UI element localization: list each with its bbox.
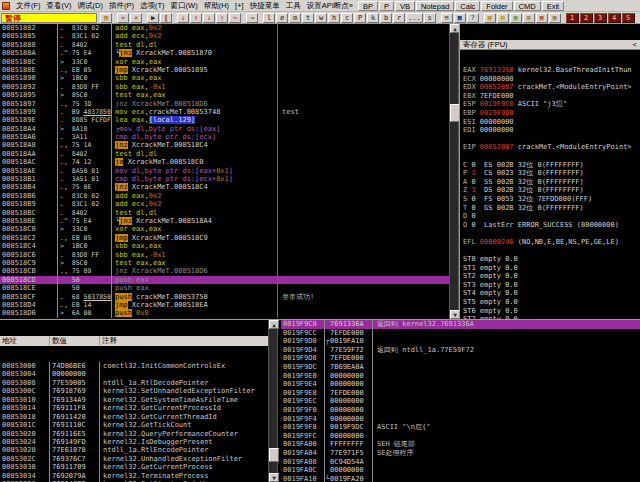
highlight-scheme-1-button[interactable]: 1 <box>566 13 579 23</box>
register-line[interactable] <box>460 152 640 161</box>
dump-row[interactable]: 0085303076911709kernel32.GetCurrentProce… <box>0 463 268 471</box>
scroll-down-icon[interactable]: ▼ <box>269 473 279 482</box>
plugin-icon-1[interactable]: ▣ <box>484 13 496 23</box>
register-line[interactable]: ST4 empty 0.0 <box>460 289 640 298</box>
dump-row[interactable]: 0085301C7691110Ckernel32.GetTickCount <box>0 421 268 429</box>
plugin-icon-3[interactable]: ▣ <box>510 13 522 23</box>
dump-row[interactable]: 00853020769116E5kernel32.QueryPerformanc… <box>0 430 268 438</box>
register-line[interactable]: ST5 empty 0.0 <box>460 298 640 307</box>
disasm-row[interactable]: 008518BC. 8402test dl,dl <box>0 209 449 217</box>
help-icon[interactable]: ? <box>467 13 479 23</box>
disasm-row[interactable]: 008518B6. 83C0 02add eax,0x2 <box>0 192 449 200</box>
disasm-row[interactable]: 00851895> 85C0test eax,eax <box>0 91 449 99</box>
disasm-row[interactable]: 00851888. 8402test dl,dl <box>0 41 449 49</box>
dump-row[interactable]: 0085302877E61078ntdll_1a.RtlEncodePointe… <box>0 446 268 454</box>
stack-row[interactable]: 0019FA10└0019FA20 <box>281 475 640 482</box>
plugin-icon-5[interactable]: ▣ <box>536 13 548 23</box>
stack-pane[interactable]: 0019F9C87691336A返回到 kernel32.7691336A001… <box>281 320 640 482</box>
stack-row[interactable]: 0019FA00FFFFFFFFSEH 链尾部 <box>281 440 640 449</box>
dump-pane[interactable]: 地址 数值 注释 0085300074D86BE6comctl32.InitCo… <box>0 320 268 482</box>
log-window-button[interactable]: l <box>263 13 275 23</box>
menu-button-cmd[interactable]: CMD <box>514 1 541 11</box>
menu-button-vb[interactable]: VB <box>395 1 415 11</box>
menu-button-p[interactable]: P <box>379 1 394 11</box>
executables-window-button[interactable]: e <box>276 13 288 23</box>
menu-item-api-breakpoint[interactable]: 设置API断点» <box>304 1 356 11</box>
run-icon[interactable]: ▶ <box>147 13 159 23</box>
disasm-row[interactable]: 008518AC., 74 12je XcrackMeT.008518C0 <box>0 158 449 166</box>
register-line[interactable] <box>460 229 640 238</box>
collapse-icon[interactable]: < <box>633 40 637 49</box>
stack-row[interactable]: 0019F9D87EFDE000 <box>281 354 640 363</box>
register-line[interactable]: A 0 SS 002B 32位 0(FFFFFFFF) <box>460 178 640 187</box>
register-line[interactable]: P 1 CS 0023 32位 0(FFFFFFFF) <box>460 169 640 178</box>
disasm-row[interactable]: 008518B9. 83C1 02add ecx,0x2 <box>0 200 449 208</box>
dump-row[interactable]: 0085300C76918769kernel32.SetUnhandledExc… <box>0 387 268 395</box>
register-line[interactable]: S 0 FS 0053 32位 7EFDD000(FFF) <box>460 195 640 204</box>
stack-row[interactable]: 0019F9E400000000 <box>281 380 640 389</box>
disasm-row[interactable]: 008518CD 50push eax <box>0 276 449 284</box>
register-line[interactable]: EDI 00000000 <box>460 126 640 135</box>
menu-item-file[interactable]: 文件(F) <box>13 1 44 11</box>
register-line[interactable] <box>460 246 640 255</box>
stack-row[interactable]: 0019F9FC00000000 <box>281 432 640 441</box>
stack-row[interactable]: 0019F9F400000000 <box>281 415 640 424</box>
register-line[interactable]: ST3 empty 0.0 <box>460 281 640 290</box>
stack-row[interactable]: 0019F9C87691336A返回到 kernel32.7691336A <box>281 320 640 329</box>
memory-window-button[interactable]: m <box>289 13 301 23</box>
disasm-row[interactable]: 008518D6> 6A 00push 0x0 <box>0 309 449 317</box>
menu-item-view[interactable]: 查看(V) <box>44 1 75 11</box>
stack-row[interactable]: 0019FA0477E971F5SE处理程序 <box>281 449 640 458</box>
disasm-row[interactable]: 0085188A.^ 75 E4└jnz XcrackMeT.00851870 <box>0 49 449 57</box>
disasm-row[interactable]: 00851882. 83C0 02add eax,0x2 <box>0 24 449 32</box>
menu-item-window[interactable]: 窗口(W) <box>168 1 201 11</box>
disasm-row[interactable]: 008518D4., EB 14jmp XcrackMeT.008518EA <box>0 301 449 309</box>
disasm-row[interactable]: 008518BE.^ 75 E4└jnz XcrackMeT.008518A4 <box>0 217 449 225</box>
disasm-row[interactable]: 008518CB., 75 09jnz XcrackMeT.008518D6 <box>0 267 449 275</box>
register-line[interactable]: ST6 empty 0.0 <box>460 307 640 316</box>
stack-row[interactable]: 0019F9E000000000 <box>281 372 640 381</box>
dump-row[interactable]: 0085300074D86BE6comctl32.InitCommonContr… <box>0 362 268 370</box>
dump-row[interactable]: 00853010769134A9kernel32.GetSystemTimeAs… <box>0 396 268 404</box>
disasm-row[interactable]: 008518C4> 1BC0sbb eax,eax <box>0 242 449 250</box>
disasm-row[interactable]: 008518A8., 75 1Ajnz XcrackMeT.008518C4 <box>0 141 449 149</box>
dump-row[interactable]: 008530347692079Akernel32.TerminateProces… <box>0 472 268 480</box>
dump-row[interactable]: 0085300400000000 <box>0 370 268 378</box>
step-into-icon[interactable]: ↓ <box>177 13 189 23</box>
register-line[interactable]: ST1 empty 0.0 <box>460 264 640 273</box>
disasm-row[interactable]: 008518C0> 33C0xor eax,eax <box>0 225 449 233</box>
menu-item-plus[interactable]: [+] <box>232 1 247 11</box>
disasm-row[interactable]: 008518C2., EB 05jmp XcrackMeT.008518C9 <box>0 234 449 242</box>
animate-into-icon[interactable]: ⇓ <box>203 13 215 23</box>
register-line[interactable]: T 0 GS 002B 32位 0(FFFFFFFF) <box>460 204 640 213</box>
menu-item-help[interactable]: 帮助(H) <box>201 1 232 11</box>
register-line[interactable]: D 0 <box>460 212 640 221</box>
stack-row[interactable]: 0019F9D477E59F72返回到 ntdll_1a.77E59F72 <box>281 346 640 355</box>
disasm-row[interactable]: 008518C6. 83D8 FFsbb eax,-0x1 <box>0 251 449 259</box>
menu-button-exit[interactable]: Exit <box>542 1 565 11</box>
scroll-up-icon[interactable]: ▲ <box>269 320 279 329</box>
register-line[interactable]: EBP 0019F9D0 <box>460 109 640 118</box>
animate-over-icon[interactable]: ⇑ <box>216 13 228 23</box>
stack-row[interactable]: 0019F9F80019F9DCASCII "\n厄{" <box>281 423 640 432</box>
highlight-scheme-3-button[interactable]: 3 <box>594 13 607 23</box>
register-line[interactable] <box>460 135 640 144</box>
disasm-row[interactable]: 008518A4> 8A10┌mov dl,byte ptr ds:[eax] <box>0 125 449 133</box>
register-line[interactable]: Z 1 DS 002B 32位 0(FFFFFFFF) <box>460 186 640 195</box>
cpu-window-button[interactable]: c <box>341 13 353 23</box>
source-window-button[interactable]: s <box>424 13 436 23</box>
register-line[interactable]: EAX 76913358 kernel32.BaseThreadInitThun <box>460 66 640 75</box>
register-line[interactable]: EFL 00000246 (NO,NB,E,BE,NS,PE,GE,LE) <box>460 238 640 247</box>
highlight-scheme-2-button[interactable]: 2 <box>580 13 593 23</box>
menu-button-calc[interactable]: Calc <box>455 1 480 11</box>
register-line[interactable]: ST0 empty 0.0 <box>460 255 640 264</box>
menu-button-notepad[interactable]: Notepad <box>416 1 454 11</box>
disasm-row[interactable]: 008518AA. 8402test dl,dl <box>0 150 449 158</box>
disasm-row[interactable]: 0085188E., EB 05jmp XcrackMeT.00851895 <box>0 66 449 74</box>
breakpoints-window-button[interactable]: b <box>380 13 392 23</box>
register-line[interactable]: ESI 00000000 <box>460 118 640 127</box>
options-list-icon[interactable]: ≡ <box>441 13 453 23</box>
disassembly-pane[interactable]: 00851882. 83C0 02add eax,0x200851885. 83… <box>0 24 449 319</box>
dump-row[interactable]: 0085300877E59005ntdll_1a.RtlDecodePointe… <box>0 379 268 387</box>
stack-row[interactable]: 0019F9EC00000000 <box>281 397 640 406</box>
